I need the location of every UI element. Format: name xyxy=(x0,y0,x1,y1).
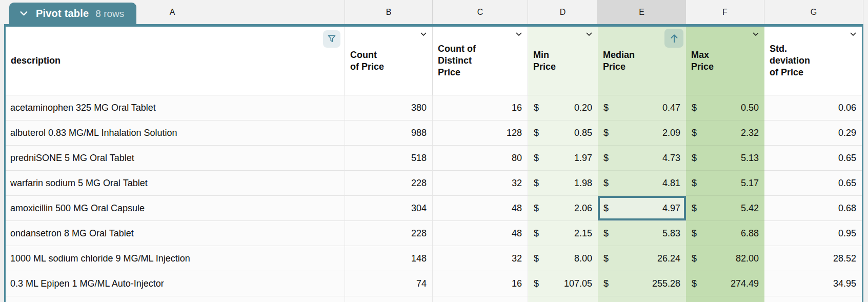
table-cell[interactable]: 16 xyxy=(433,271,528,296)
header-label: Count of Price xyxy=(350,49,384,73)
table-cell[interactable]: 1000 ML sodium chloride 9 MG/ML Injectio… xyxy=(6,246,345,271)
table-cell[interactable]: 0.95 xyxy=(764,221,862,246)
table-cell[interactable]: 304 xyxy=(345,196,433,221)
table-cell[interactable]: $5.17 xyxy=(686,171,764,196)
column-letter-F[interactable]: F xyxy=(686,0,764,24)
selected-cell[interactable]: $4.97 xyxy=(598,196,686,221)
table-cell[interactable]: $0.20 xyxy=(528,95,598,120)
table-cell[interactable]: 148 xyxy=(345,246,433,271)
cell-value: 0.95 xyxy=(838,228,856,239)
table-cell[interactable]: 0.06 xyxy=(764,95,862,120)
header-cell-max[interactable]: Max Price xyxy=(686,27,764,95)
column-letter-E[interactable]: E xyxy=(598,0,686,24)
table-cell[interactable]: $2.15 xyxy=(528,221,598,246)
tab-title: Pivot table xyxy=(36,8,89,19)
cell-value: 0.65 xyxy=(838,153,856,164)
pivot-table-tab[interactable]: Pivot table 8 rows xyxy=(9,3,136,27)
table-cell[interactable]: 0.29 xyxy=(764,120,862,146)
table-cell[interactable]: 80 xyxy=(433,146,528,171)
cell-value: warfarin sodium 5 MG Oral Tablet xyxy=(10,178,148,189)
table-cell[interactable]: $1.98 xyxy=(528,171,598,196)
cell-value: 518 xyxy=(411,153,427,164)
table-cell[interactable]: acetaminophen 325 MG Oral Tablet xyxy=(6,95,345,120)
table-cell[interactable]: 28.52 xyxy=(764,246,862,271)
cell-value: 0.65 xyxy=(838,178,856,189)
column-letter-G[interactable]: G xyxy=(764,0,863,24)
header-cell-min[interactable]: Min Price xyxy=(528,27,598,95)
chevron-down-icon[interactable] xyxy=(849,30,857,38)
table-cell[interactable]: 228 xyxy=(345,221,433,246)
table-cell[interactable]: $5.13 xyxy=(686,146,764,171)
header-cell-std[interactable]: Std. deviation of Price xyxy=(764,27,862,95)
table-cell[interactable]: 74 xyxy=(345,271,433,296)
cell-value: 4.73 xyxy=(662,153,680,164)
table-cell[interactable]: $255.28 xyxy=(598,271,686,296)
cell-value: 16 xyxy=(512,103,522,113)
table-cell[interactable]: $5.83 xyxy=(598,221,686,246)
table-cell[interactable]: $4.81 xyxy=(598,171,686,196)
table-cell[interactable]: 988 xyxy=(345,120,433,146)
table-cell[interactable]: $1.97 xyxy=(528,146,598,171)
table-cell[interactable]: 0.3 ML Epipen 1 MG/ML Auto-Injector xyxy=(6,271,345,296)
table-cell xyxy=(6,296,345,302)
table-cell[interactable]: 518 xyxy=(345,146,433,171)
cell-value: 107.05 xyxy=(564,278,592,289)
table-cell[interactable]: $6.88 xyxy=(686,221,764,246)
table-cell[interactable]: 0.65 xyxy=(764,146,862,171)
table-cell[interactable]: $274.49 xyxy=(686,271,764,296)
currency-symbol: $ xyxy=(603,178,609,189)
chevron-down-icon[interactable] xyxy=(419,30,428,38)
cell-value: 4.97 xyxy=(662,203,680,214)
table-cell[interactable]: $0.85 xyxy=(528,120,598,146)
table-cell xyxy=(433,296,528,302)
chevron-down-icon[interactable] xyxy=(585,30,593,38)
table-cell[interactable]: amoxicillin 500 MG Oral Capsule xyxy=(6,196,345,221)
table-cell[interactable]: $4.73 xyxy=(598,146,686,171)
table-cell[interactable]: ondansetron 8 MG Oral Tablet xyxy=(6,221,345,246)
header-cell-distinct[interactable]: Count of Distinct Price xyxy=(433,27,528,95)
table-cell[interactable]: $82.00 xyxy=(686,246,764,271)
header-cell-count[interactable]: Count of Price xyxy=(345,27,433,95)
table-cell[interactable]: $0.50 xyxy=(686,95,764,120)
table-cell[interactable]: 34.95 xyxy=(764,271,862,296)
table-cell[interactable]: $107.05 xyxy=(528,271,598,296)
table-cell[interactable]: 48 xyxy=(433,221,528,246)
table-cell[interactable]: 0.65 xyxy=(764,171,862,196)
cell-value: 255.28 xyxy=(652,278,680,289)
cell-value: 228 xyxy=(411,228,427,239)
table-cell[interactable]: warfarin sodium 5 MG Oral Tablet xyxy=(6,171,345,196)
cell-value: 48 xyxy=(512,228,522,239)
chevron-down-icon[interactable] xyxy=(18,8,29,19)
table-cell[interactable]: 32 xyxy=(433,171,528,196)
column-letter-D[interactable]: D xyxy=(528,0,598,24)
table-cell[interactable]: 228 xyxy=(345,171,433,196)
table-cell[interactable]: 128 xyxy=(433,120,528,146)
table-cell[interactable]: 16 xyxy=(433,95,528,120)
table-cell[interactable]: $5.42 xyxy=(686,196,764,221)
chevron-down-icon[interactable] xyxy=(515,30,523,38)
table-cell[interactable]: $8.00 xyxy=(528,246,598,271)
header-cell-description[interactable]: description xyxy=(6,27,345,95)
header-cell-median[interactable]: Median Price xyxy=(598,27,686,95)
column-letter-B[interactable]: B xyxy=(345,0,433,24)
table-cell[interactable]: 48 xyxy=(433,196,528,221)
table-cell[interactable]: predniSONE 5 MG Oral Tablet xyxy=(6,146,345,171)
spreadsheet-canvas: ABCDEFG Pivot table 8 rows descriptionCo… xyxy=(0,0,868,302)
cell-value: 2.09 xyxy=(662,128,680,138)
table-cell[interactable]: 0.68 xyxy=(764,196,862,221)
chevron-down-icon[interactable] xyxy=(752,30,760,38)
column-letter-overflow xyxy=(863,0,868,24)
table-cell[interactable]: $2.06 xyxy=(528,196,598,221)
table-cell[interactable]: 380 xyxy=(345,95,433,120)
currency-symbol: $ xyxy=(603,128,609,138)
table-cell[interactable]: $0.47 xyxy=(598,95,686,120)
table-cell[interactable]: albuterol 0.83 MG/ML Inhalation Solution xyxy=(6,120,345,146)
currency-symbol: $ xyxy=(603,153,609,164)
filter-icon[interactable] xyxy=(323,30,340,48)
column-letter-C[interactable]: C xyxy=(433,0,528,24)
table-cell[interactable]: $2.32 xyxy=(686,120,764,146)
sort-ascending-icon[interactable] xyxy=(664,29,683,48)
table-cell[interactable]: $2.09 xyxy=(598,120,686,146)
table-cell[interactable]: 32 xyxy=(433,246,528,271)
table-cell[interactable]: $26.24 xyxy=(598,246,686,271)
